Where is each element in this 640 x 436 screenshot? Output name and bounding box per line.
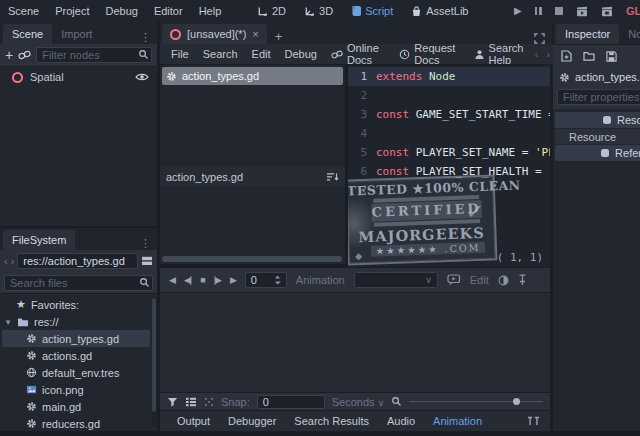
inspector-body: action_types.gd Resource Resource Refere… <box>553 44 640 431</box>
play-animation-icon[interactable]: ▶ <box>230 276 236 285</box>
tab-search-results[interactable]: Search Results <box>285 415 378 427</box>
script-menu-edit[interactable]: Edit <box>245 48 278 60</box>
snap-label: Snap: <box>221 396 250 408</box>
fs-item-main[interactable]: main.gd <box>0 398 150 415</box>
scene-tab-bar: [unsaved](*) × + <box>160 22 552 44</box>
filter-nodes-input[interactable] <box>36 47 152 63</box>
fs-item-reducers[interactable]: reducers.gd <box>0 415 150 431</box>
onion-skinning-icon[interactable] <box>498 275 509 286</box>
video-driver-label[interactable]: GLES3 <box>626 0 640 22</box>
fs-item-favorites[interactable]: ★ Favorites: <box>0 296 150 313</box>
expand-bottom-panel-icon[interactable] <box>527 416 542 426</box>
fs-item-actions[interactable]: actions.gd <box>0 347 150 364</box>
filter-tracks-funnel-icon[interactable] <box>167 397 178 407</box>
tab-filesystem[interactable]: FileSystem <box>3 230 75 250</box>
tab-import[interactable]: Import <box>52 24 101 44</box>
collapse-caret-icon[interactable]: ▾ <box>4 317 12 327</box>
pin-animation-icon[interactable] <box>518 274 527 286</box>
split-mode-icon[interactable] <box>141 256 153 266</box>
mode-3d-button[interactable]: 3D <box>297 0 340 22</box>
history-forward-icon[interactable]: › <box>546 48 550 60</box>
inspected-resource-row[interactable]: action_types.gd <box>553 67 640 87</box>
search-files-input[interactable] <box>4 275 153 291</box>
script-menu-file[interactable]: File <box>164 48 196 60</box>
save-resource-icon[interactable] <box>606 51 617 62</box>
playback-controls: ▶ <box>514 0 613 22</box>
close-icon[interactable]: × <box>252 28 258 40</box>
animation-time-spinner[interactable]: 0 <box>245 272 287 288</box>
menu-scene[interactable]: Scene <box>0 0 47 22</box>
play-button[interactable]: ▶ <box>514 6 522 16</box>
snap-value-field[interactable]: 0 <box>257 395 325 409</box>
tab-inspector[interactable]: Inspector <box>556 24 619 44</box>
stop-animation-icon[interactable]: ■ <box>200 276 204 285</box>
tab-output[interactable]: Output <box>168 415 219 427</box>
tab-debugger[interactable]: Debugger <box>219 415 285 427</box>
add-node-button[interactable]: + <box>5 48 13 62</box>
inspector-properties: Resource Resource Reference <box>553 109 640 431</box>
tab-audio[interactable]: Audio <box>378 415 424 427</box>
search-help-button[interactable]: Search Help <box>467 42 535 66</box>
history-forward-icon[interactable]: › <box>11 255 15 267</box>
slider-knob[interactable] <box>513 398 520 405</box>
tab-node[interactable]: Node <box>619 24 640 44</box>
instance-scene-icon[interactable] <box>17 49 32 61</box>
history-back-icon[interactable]: ‹ <box>4 255 8 267</box>
history-back-icon[interactable]: ‹ <box>535 48 539 60</box>
fs-item-default-env[interactable]: default_env.tres <box>0 364 150 381</box>
script-menu-debug[interactable]: Debug <box>278 48 324 60</box>
snap-unit-dropdown[interactable]: Seconds ∨ <box>332 396 384 408</box>
filter-properties-input[interactable] <box>557 89 640 105</box>
2d-axes-icon <box>257 6 268 17</box>
play-custom-scene-button[interactable] <box>601 6 613 17</box>
group-resource[interactable]: Resource <box>555 129 640 144</box>
dock-menu-icon[interactable]: ⋮ <box>134 31 157 44</box>
menu-help[interactable]: Help <box>191 0 230 22</box>
category-resource[interactable]: Resource <box>555 112 640 128</box>
dock-menu-icon[interactable]: ⋮ <box>134 237 157 250</box>
new-resource-icon[interactable] <box>561 50 572 62</box>
script-list-item-action-types[interactable]: action_types.gd <box>162 67 343 85</box>
filesystem-scrollbar[interactable] <box>152 297 156 427</box>
play-backwards-icon[interactable]: ◀ <box>169 276 175 285</box>
mode-assetlib-button[interactable]: AssetLib <box>404 0 475 22</box>
menu-editor[interactable]: Editor <box>146 0 191 22</box>
visibility-eye-icon[interactable] <box>135 72 149 82</box>
request-docs-button[interactable]: Request Docs <box>392 42 466 66</box>
fs-item-res[interactable]: ▾ res:// <box>0 313 150 330</box>
spinner-arrows-icon[interactable] <box>274 275 281 285</box>
tab-animation[interactable]: Animation <box>424 415 491 427</box>
animation-track-area[interactable] <box>160 292 550 393</box>
environment-globe-icon <box>26 367 37 378</box>
menu-project[interactable]: Project <box>47 0 97 22</box>
play-from-start-icon[interactable]: |▶ <box>214 276 221 285</box>
group-tracks-icon[interactable] <box>185 397 197 407</box>
sort-members-icon[interactable] <box>326 172 339 182</box>
stop-button[interactable] <box>555 7 563 15</box>
online-docs-button[interactable]: Online Docs <box>324 42 392 66</box>
menu-debug[interactable]: Debug <box>97 0 145 22</box>
autoplay-on-load-icon[interactable] <box>447 274 461 286</box>
play-scene-button[interactable] <box>576 6 588 17</box>
tab-scene[interactable]: Scene <box>3 24 52 44</box>
new-scene-tab-button[interactable]: + <box>267 29 291 44</box>
mode-script-button[interactable]: Script <box>344 0 400 22</box>
timeline-zoom-slider[interactable] <box>409 401 543 402</box>
mode-2d-button[interactable]: 2D <box>250 0 293 22</box>
load-resource-folder-icon[interactable] <box>583 51 595 61</box>
animation-select-dropdown[interactable]: ∨ <box>354 272 438 288</box>
code-editor[interactable]: 1extends Node 2 3const GAME_SET_START_TI… <box>348 64 550 267</box>
script-menu-search[interactable]: Search <box>196 48 245 60</box>
play-backwards-from-end-icon[interactable]: ◀| <box>184 276 191 285</box>
pause-button[interactable] <box>535 7 542 15</box>
scene-tree-node-spatial[interactable]: Spatial <box>0 67 157 87</box>
animation-edit-label[interactable]: Edit <box>470 274 489 286</box>
chevron-down-icon: ∨ <box>425 275 432 285</box>
scene-tab-unsaved[interactable]: [unsaved](*) × <box>162 24 267 44</box>
fs-item-icon-png[interactable]: icon.png <box>0 381 150 398</box>
current-path-field[interactable]: res://action_types.gd <box>17 253 138 269</box>
fs-item-action-types[interactable]: action_types.gd <box>2 330 150 347</box>
members-scrollbar[interactable] <box>162 256 342 262</box>
gdscript-icon <box>26 401 37 412</box>
category-reference[interactable]: Reference <box>555 145 640 161</box>
